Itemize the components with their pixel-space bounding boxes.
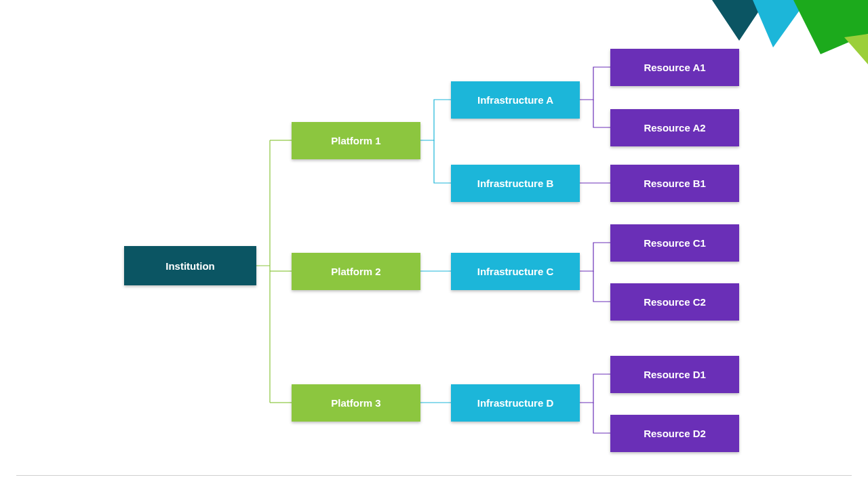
platform-node: Platform 2 <box>292 253 420 290</box>
infrastructure-node: Infrastructure D <box>451 384 580 422</box>
svg-marker-1 <box>753 0 807 47</box>
platform-label: Platform 1 <box>331 135 380 146</box>
platform-node: Platform 3 <box>292 384 420 422</box>
resource-label: Resource C1 <box>644 237 706 249</box>
resource-node: Resource C2 <box>610 283 739 321</box>
infrastructure-node: Infrastructure A <box>451 81 580 119</box>
institution-label: Institution <box>165 260 214 272</box>
svg-marker-0 <box>712 0 766 41</box>
infrastructure-label: Infrastructure C <box>477 266 554 277</box>
resource-label: Resource D2 <box>644 428 706 439</box>
footer-divider <box>16 475 852 476</box>
infrastructure-node: Infrastructure C <box>451 253 580 290</box>
infrastructure-label: Infrastructure B <box>477 178 554 189</box>
svg-marker-3 <box>844 34 868 64</box>
resource-node: Resource A1 <box>610 49 739 86</box>
infrastructure-label: Infrastructure A <box>477 94 553 106</box>
infrastructure-node: Infrastructure B <box>451 165 580 202</box>
resource-label: Resource A1 <box>644 62 705 73</box>
resource-node: Resource B1 <box>610 165 739 202</box>
resource-label: Resource A2 <box>644 122 705 134</box>
platform-label: Platform 2 <box>331 266 380 277</box>
resource-node: Resource D1 <box>610 356 739 393</box>
institution-node: Institution <box>124 246 256 285</box>
resource-node: Resource A2 <box>610 109 739 146</box>
resource-node: Resource D2 <box>610 415 739 452</box>
platform-node: Platform 1 <box>292 122 420 159</box>
resource-node: Resource C1 <box>610 224 739 262</box>
resource-label: Resource C2 <box>644 296 706 308</box>
svg-marker-2 <box>793 0 868 54</box>
platform-label: Platform 3 <box>331 397 380 409</box>
resource-label: Resource B1 <box>644 178 706 189</box>
infrastructure-label: Infrastructure D <box>477 397 554 409</box>
resource-label: Resource D1 <box>644 369 706 380</box>
